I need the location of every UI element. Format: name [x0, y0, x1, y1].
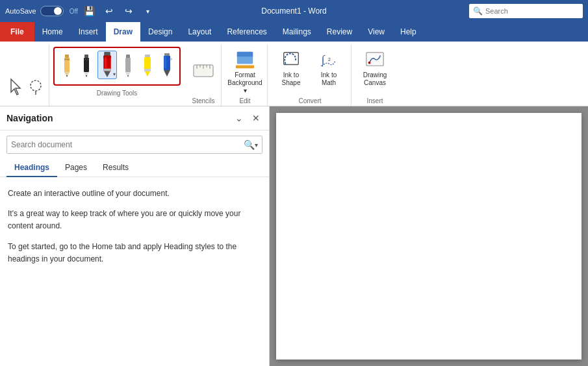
nav-tabs: Headings Pages Results — [0, 159, 269, 177]
title-search-box[interactable]: 🔍 — [469, 4, 583, 18]
toggle-knob — [54, 7, 62, 15]
menu-item-help[interactable]: Help — [392, 22, 424, 42]
edit-label: Edit — [239, 96, 250, 104]
cursor-icon — [8, 78, 23, 96]
drawing-tools-label: Drawing Tools — [97, 88, 138, 97]
drawing-tools-container: ▾ — [51, 44, 185, 106]
lasso-tool[interactable] — [27, 71, 45, 103]
ink-to-math-label: Ink toMath — [321, 71, 337, 87]
svg-rect-8 — [84, 55, 88, 58]
pencil-gray-icon — [121, 53, 134, 79]
menu-item-layout[interactable]: Layout — [180, 22, 219, 42]
tool-marker-red[interactable]: ▾ — [97, 51, 117, 79]
tool-dropdown-arrow[interactable]: ▾ — [113, 71, 116, 77]
format-bg-label: FormatBackground ▾ — [227, 71, 262, 95]
title-search-icon: 🔍 — [473, 6, 483, 16]
tool-pen-blue[interactable]: ✦ — [159, 51, 175, 79]
redo-button[interactable]: ↪ — [121, 3, 136, 19]
menu-item-mailings[interactable]: Mailings — [275, 22, 319, 42]
ribbon-group-edit: FormatBackground ▾ Edit — [223, 44, 268, 106]
menu-item-references[interactable]: References — [219, 22, 274, 42]
tool-pen-black[interactable] — [78, 51, 95, 79]
menu-item-draw[interactable]: Draw — [106, 22, 140, 42]
nav-content-line2: It's a great way to keep track of where … — [8, 208, 261, 232]
pencil-yellow-icon — [60, 53, 73, 79]
ink-to-math-icon: ∫ ² — [318, 49, 339, 70]
svg-marker-17 — [103, 71, 110, 78]
save-button[interactable]: 💾 — [82, 3, 97, 19]
nav-tab-results[interactable]: Results — [95, 159, 136, 177]
svg-rect-5 — [64, 58, 70, 60]
nav-controls: ⌄ ✕ — [233, 112, 262, 125]
nav-header: Navigation ⌄ ✕ — [0, 106, 269, 130]
nav-tab-headings[interactable]: Headings — [6, 159, 57, 177]
svg-point-45 — [368, 62, 371, 64]
menu-item-insert[interactable]: Insert — [71, 22, 106, 42]
svg-rect-10 — [84, 58, 89, 60]
convert-label: Convert — [298, 96, 321, 104]
title-search-input[interactable] — [485, 7, 563, 15]
menu-bar: File Home Insert Draw Design Layout Refe… — [0, 22, 588, 42]
nav-search-input[interactable] — [11, 140, 244, 149]
ink-to-shape-button[interactable]: Ink toShape — [274, 47, 308, 88]
convert-row: Ink toShape ∫ ² Ink toMath — [274, 47, 346, 96]
document-area — [270, 106, 588, 366]
svg-point-1 — [31, 80, 41, 91]
svg-rect-18 — [103, 69, 110, 71]
nav-search-dropdown[interactable]: ▾ — [255, 141, 258, 149]
cursor-tools-row — [6, 47, 45, 103]
cursor-tool[interactable] — [6, 71, 25, 103]
menu-item-view[interactable]: View — [360, 22, 392, 42]
svg-rect-20 — [125, 58, 131, 72]
menu-item-file[interactable]: File — [0, 22, 34, 42]
title-bar-left: AutoSave Off 💾 ↩ ↪ ▾ — [5, 3, 198, 19]
pen-black-icon — [80, 53, 93, 79]
format-background-icon — [235, 49, 255, 70]
ribbon: ▾ — [0, 42, 588, 106]
drawing-canvas-label: DrawingCanvas — [363, 71, 387, 87]
drawing-canvas-button[interactable]: DrawingCanvas — [358, 47, 392, 88]
insert-row: DrawingCanvas — [358, 47, 392, 96]
nav-content-line1: Create an interactive outline of your do… — [8, 188, 261, 200]
title-bar: AutoSave Off 💾 ↩ ↪ ▾ Document1 - Word 🔍 — [0, 0, 588, 22]
drawing-tools-box: ▾ — [53, 47, 181, 86]
nav-close-button[interactable]: ✕ — [249, 112, 262, 125]
menu-item-design[interactable]: Design — [140, 22, 180, 42]
title-bar-right: 🔍 — [390, 4, 583, 18]
menu-item-home[interactable]: Home — [34, 22, 71, 42]
ruler-icon — [192, 60, 214, 83]
nav-title: Navigation — [6, 113, 53, 123]
svg-marker-0 — [11, 79, 20, 95]
ink-to-shape-icon — [281, 49, 301, 70]
undo-button[interactable]: ↩ — [101, 3, 117, 19]
autosave-toggle[interactable] — [40, 6, 64, 16]
ribbon-group-stencils: Stencils — [186, 44, 222, 106]
document-title: Document1 - Word — [198, 6, 390, 16]
nav-search-icon: 🔍 — [244, 140, 255, 150]
tool-highlighter-yellow[interactable] — [139, 51, 156, 79]
menu-item-review[interactable]: Review — [319, 22, 360, 42]
lasso-icon — [29, 78, 43, 96]
svg-marker-30 — [164, 70, 170, 77]
document-page[interactable] — [276, 113, 582, 360]
ruler-tool[interactable] — [191, 53, 216, 90]
svg-rect-26 — [144, 69, 151, 71]
stencils-label: Stencils — [192, 96, 214, 104]
toggle-state: Off — [70, 8, 78, 15]
highlighter-yellow-icon — [141, 53, 154, 79]
tool-pencil-yellow[interactable] — [58, 51, 75, 79]
app-body: Navigation ⌄ ✕ 🔍 ▾ Headings Pages Result… — [0, 106, 588, 366]
nav-content-line3: To get started, go to the Home tab and a… — [8, 241, 261, 265]
nav-tab-pages[interactable]: Pages — [57, 159, 95, 177]
svg-rect-16 — [105, 57, 107, 68]
tool-pencil-gray[interactable] — [120, 51, 136, 79]
customize-button[interactable]: ▾ — [140, 3, 156, 19]
svg-text:✦: ✦ — [169, 56, 173, 62]
drawing-canvas-icon — [364, 49, 385, 70]
svg-rect-13 — [104, 52, 110, 56]
nav-minimize-button[interactable]: ⌄ — [233, 112, 246, 125]
ink-to-math-button[interactable]: ∫ ² Ink toMath — [312, 47, 346, 88]
nav-search[interactable]: 🔍 ▾ — [6, 136, 262, 154]
ribbon-group-insert: DrawingCanvas Insert — [353, 44, 397, 106]
format-background-button[interactable]: FormatBackground ▾ — [228, 47, 262, 96]
